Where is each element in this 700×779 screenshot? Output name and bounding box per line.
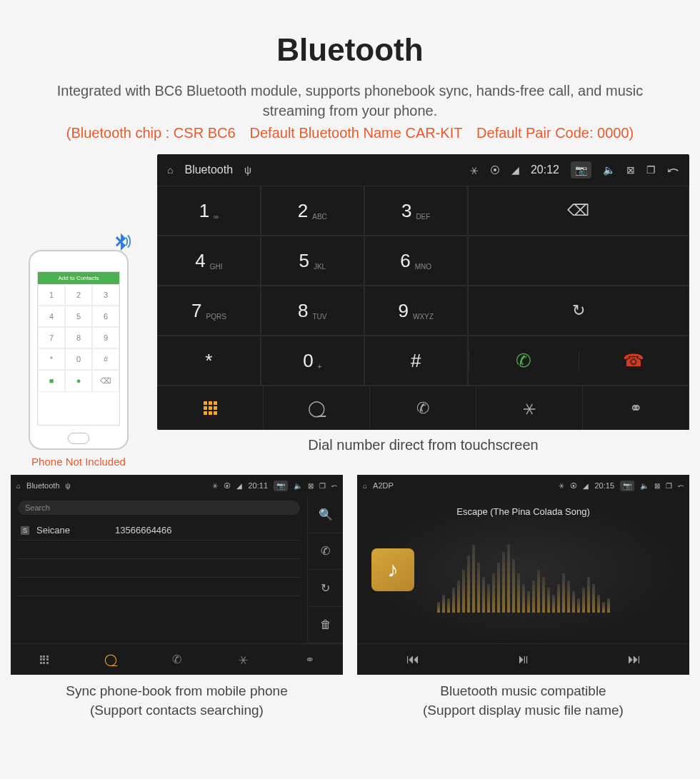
dial-key-0[interactable]: 0+ — [261, 336, 364, 386]
dial-key-1[interactable]: 1∞ — [157, 186, 261, 236]
status-bar: ⌂ Bluetooth ψ ⚹ ⦿ ◢ 20:12 📷 🔈 ⊠ ❐ ⤺ — [157, 154, 689, 186]
nav-link[interactable]: ⚭ — [276, 644, 343, 675]
dialer-screen: ⌂ Bluetooth ψ ⚹ ⦿ ◢ 20:12 📷 🔈 ⊠ ❐ ⤺ 1∞2A… — [157, 154, 689, 430]
nav-contacts[interactable]: ◯̲ — [264, 386, 370, 430]
volume-icon[interactable]: 🔈 — [603, 164, 615, 176]
contact-name: Seicane — [36, 525, 108, 536]
volume-icon[interactable]: 🔈 — [640, 482, 649, 490]
bluetooth-icon — [109, 231, 133, 261]
phone-note: Phone Not Included — [11, 456, 146, 468]
equalizer — [437, 541, 610, 613]
side-delete-icon[interactable]: 🗑 — [307, 607, 343, 644]
side-call-icon[interactable]: ✆ — [307, 533, 343, 571]
home-icon[interactable]: ⌂ — [167, 164, 173, 176]
bottom-nav: ◯̲ ✆ ⚹ ⚭ — [157, 386, 689, 430]
home-icon[interactable]: ⌂ — [16, 482, 21, 490]
camera-icon[interactable]: 📷 — [620, 481, 634, 491]
nav-recent[interactable]: ✆ — [144, 644, 210, 675]
page-title: Bluetooth — [11, 32, 689, 68]
dial-key-#[interactable]: # — [364, 336, 468, 386]
prev-button[interactable]: ⏮ — [357, 644, 468, 675]
nav-bluetooth[interactable]: ⚹ — [476, 386, 583, 430]
back-icon[interactable]: ⤺ — [667, 161, 679, 179]
nav-keypad[interactable] — [157, 386, 264, 430]
bt-status-icon: ⚹ — [470, 164, 479, 176]
dial-key-5[interactable]: 5JKL — [261, 236, 364, 286]
nav-contacts[interactable]: ◯̲ — [77, 644, 144, 675]
contact-number: 13566664466 — [115, 525, 172, 536]
blank-cell — [468, 236, 689, 286]
recent-icon[interactable]: ❐ — [646, 164, 656, 176]
music-caption-1: Bluetooth music compatible — [357, 682, 689, 701]
clock: 20:15 — [594, 481, 614, 490]
nav-bluetooth[interactable]: ⚹ — [210, 644, 276, 675]
album-art-icon: ♪ — [371, 548, 414, 591]
usb-icon: ψ — [244, 164, 251, 176]
contacts-screen: ⌂ Bluetooth ψ ⚹⦿◢ 20:11 📷 🔈 ⊠ ❐ ⤺ Search — [11, 475, 343, 675]
redial-key[interactable]: ↻ — [468, 286, 689, 336]
song-title: Escape (The Pina Colada Song) — [357, 506, 689, 517]
clock: 20:12 — [531, 164, 559, 176]
gps-icon: ⦿ — [490, 164, 500, 176]
dial-key-8[interactable]: 8TUV — [261, 286, 364, 336]
playpause-button[interactable]: ⏯ — [468, 644, 579, 675]
camera-icon[interactable]: 📷 — [274, 481, 288, 491]
dial-keypad: 1∞2ABC3DEF4GHI5JKL6MNO7PQRS8TUV9WXYZ*0+# — [157, 186, 468, 386]
dial-key-4[interactable]: 4GHI — [157, 236, 261, 286]
volume-icon[interactable]: 🔈 — [294, 482, 302, 490]
contact-row[interactable]: S Seicane 13566664466 — [18, 521, 300, 541]
wifi-icon: ◢ — [511, 164, 519, 176]
contacts-caption-2: (Support contacts searching) — [11, 701, 343, 720]
screen-title: A2DP — [373, 481, 394, 490]
recent-icon[interactable]: ❐ — [666, 482, 672, 490]
phone-illustration: Add to Contacts 123 456 789 *0# ■●⌫ Phon… — [11, 250, 146, 468]
back-icon[interactable]: ⤺ — [678, 482, 684, 490]
side-refresh-icon[interactable]: ↻ — [307, 570, 343, 607]
music-screen: ⌂ A2DP ⚹⦿◢ 20:15 📷 🔈 ⊠ ❐ ⤺ Escape (The P… — [357, 475, 689, 675]
hangup-button[interactable]: ☎ — [579, 351, 689, 371]
phone-mock-header: Add to Contacts — [38, 272, 119, 284]
backspace-key[interactable]: ⌫ — [468, 186, 689, 236]
nav-keypad[interactable] — [11, 644, 77, 675]
usb-icon: ψ — [66, 482, 71, 490]
back-icon[interactable]: ⤺ — [331, 482, 337, 490]
nav-recent[interactable]: ✆ — [370, 386, 476, 430]
side-search-icon[interactable]: 🔍 — [307, 496, 343, 533]
bluetooth-specs: (Bluetooth chip : CSR BC6 Default Blueto… — [11, 125, 689, 141]
dial-key-7[interactable]: 7PQRS — [157, 286, 261, 336]
dial-key-9[interactable]: 9WXYZ — [364, 286, 468, 336]
dialer-caption: Dial number direct from touchscreen — [157, 437, 689, 453]
recent-icon[interactable]: ❐ — [319, 482, 326, 490]
close-icon[interactable]: ⊠ — [654, 482, 660, 490]
screen-title: Bluetooth — [26, 481, 59, 490]
search-input[interactable]: Search — [18, 501, 300, 515]
contact-badge: S — [21, 526, 29, 535]
music-caption-2: (Support display music file name) — [357, 701, 689, 720]
close-icon[interactable]: ⊠ — [308, 482, 314, 490]
dial-key-3[interactable]: 3DEF — [364, 186, 468, 236]
contacts-caption-1: Sync phone-book from mobile phone — [11, 682, 343, 701]
close-icon[interactable]: ⊠ — [626, 164, 635, 176]
dial-key-6[interactable]: 6MNO — [364, 236, 468, 286]
clock: 20:11 — [248, 481, 268, 490]
call-button[interactable]: ✆ — [469, 350, 579, 372]
dial-key-2[interactable]: 2ABC — [261, 186, 364, 236]
next-button[interactable]: ⏭ — [579, 644, 689, 675]
home-icon[interactable]: ⌂ — [363, 482, 367, 490]
camera-icon[interactable]: 📷 — [571, 161, 591, 179]
screen-title: Bluetooth — [184, 164, 233, 176]
page-subtitle: Integrated with BC6 Bluetooth module, su… — [39, 81, 661, 121]
nav-link[interactable]: ⚭ — [583, 386, 689, 430]
dial-key-*[interactable]: * — [157, 336, 261, 386]
